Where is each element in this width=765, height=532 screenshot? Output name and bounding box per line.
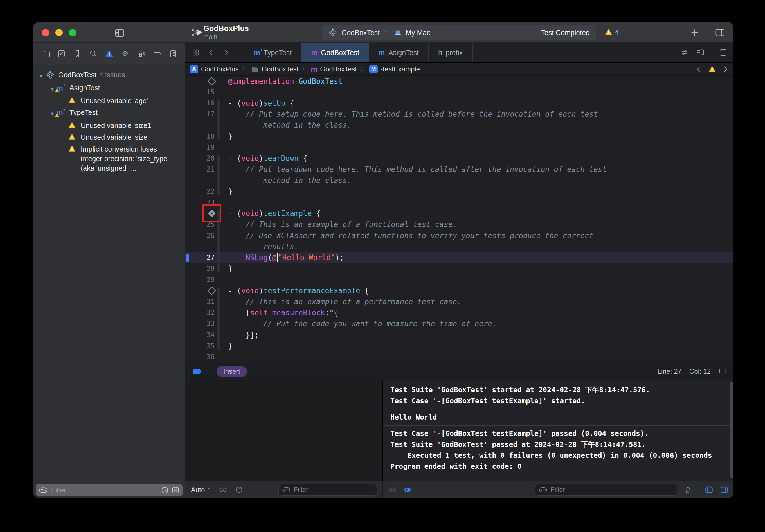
toggle-sidebar-icon[interactable] — [114, 27, 125, 39]
run-test-diamond-icon[interactable] — [206, 284, 218, 297]
variables-filter-input[interactable] — [293, 486, 373, 494]
test-navigator-icon[interactable] — [121, 49, 130, 58]
variables-filter-field[interactable] — [279, 484, 377, 496]
code-line[interactable]: - (void)testExample { — [185, 208, 733, 219]
code-line[interactable]: @implementation GodBoxTest — [185, 76, 733, 87]
code-line[interactable]: 20- (void)tearDown { — [185, 153, 733, 164]
code-line[interactable]: 18} — [185, 131, 733, 142]
recent-icon[interactable] — [161, 486, 169, 494]
console-view[interactable]: Test Suite 'GodBoxTest' started at 2024-… — [383, 380, 733, 481]
variables-mode-select[interactable]: Auto⌃ — [191, 486, 211, 494]
tab-prefix[interactable]: hprefix — [428, 43, 473, 62]
code-review-icon[interactable] — [680, 48, 689, 57]
issue-tree-row[interactable]: Unused variable 'age' — [33, 95, 185, 107]
clear-console-icon[interactable] — [683, 486, 692, 494]
quicklook-info-icon[interactable] — [235, 486, 243, 494]
tab-godboxtest[interactable]: mGodBoxTest — [302, 43, 369, 62]
warning-icon — [68, 96, 80, 105]
issue-tree-row[interactable]: Unused variable 'size1' — [33, 120, 185, 131]
forward-icon[interactable] — [223, 49, 230, 57]
code-line[interactable]: 22} — [185, 186, 733, 197]
breakpoint-tag-icon[interactable] — [192, 366, 203, 377]
bookmarks-icon[interactable] — [73, 49, 82, 58]
debug-navigator-icon[interactable] — [137, 49, 146, 58]
code-line[interactable]: - (void)testPerformanceExample { — [185, 285, 733, 296]
minimize-window-button[interactable] — [55, 29, 63, 36]
sidebar-filter-field[interactable] — [36, 484, 183, 496]
code-line-current[interactable]: 27 NSLog(@"Hello World"); — [185, 252, 733, 263]
toggle-variables-pane-icon[interactable] — [705, 485, 714, 494]
breadcrumb-item[interactable]: AGodBoxPlus — [190, 65, 239, 73]
fold-ribbon[interactable] — [218, 99, 220, 140]
issue-tree-row[interactable]: ▾GodBoxTest4 issues — [33, 69, 185, 82]
add-icon[interactable] — [690, 28, 699, 37]
destination-name[interactable]: My Mac — [405, 29, 430, 37]
issue-warning-icon[interactable] — [708, 65, 716, 73]
code-line[interactable]: 36 — [185, 351, 733, 362]
minimap-icon[interactable] — [696, 48, 705, 57]
breadcrumb-item[interactable]: M-testExample — [369, 65, 420, 73]
code-line[interactable]: 23 — [185, 197, 733, 208]
code-line[interactable]: 17 // Put setup code here. This method i… — [185, 109, 733, 120]
tab-asigntest[interactable]: m+AsignTest — [369, 43, 429, 62]
source-control-icon[interactable] — [57, 49, 66, 58]
console-scrollbar[interactable] — [730, 381, 733, 478]
console-mode-icon[interactable] — [403, 486, 412, 494]
console-filter-input[interactable] — [550, 486, 674, 494]
scheme-name[interactable]: GodBoxTest — [342, 29, 380, 37]
line-number: 33 — [190, 320, 217, 327]
code-line[interactable]: 26 // Use XCTAssert and related function… — [185, 230, 733, 241]
warning-badge-icon — [54, 113, 59, 118]
code-line[interactable]: 28} — [185, 263, 733, 274]
close-window-button[interactable] — [42, 29, 49, 36]
editor-layout-icon[interactable] — [715, 27, 725, 38]
code-line[interactable]: method in the class. — [185, 120, 733, 131]
show-only-variables-icon[interactable] — [219, 485, 228, 494]
next-issue-icon[interactable] — [721, 65, 729, 73]
console-filter-field[interactable] — [535, 484, 677, 496]
code-line[interactable]: 35} — [185, 340, 733, 351]
breakpoint-navigator-icon[interactable] — [153, 49, 162, 58]
warning-count-badge[interactable]: 4 — [604, 28, 619, 36]
code-line[interactable]: 29 — [185, 274, 733, 285]
variables-view[interactable] — [185, 380, 383, 481]
toggle-console-pane-icon[interactable] — [720, 485, 729, 494]
zoom-window-button[interactable] — [69, 29, 76, 36]
related-items-icon[interactable] — [192, 48, 200, 57]
sidebar-filter-input[interactable] — [51, 486, 161, 494]
issue-tree-row[interactable]: ▾m+TypeTest — [33, 107, 185, 120]
breadcrumb-item[interactable]: mGodBoxTest — [311, 65, 357, 73]
code-line[interactable]: 33 // Put the code you want to measure t… — [185, 318, 733, 329]
code-line[interactable]: 34 }]; — [185, 329, 733, 340]
scheme-selector[interactable]: GodBoxTest 〉 My Mac Test Completed — [322, 25, 596, 41]
issue-tree-row[interactable]: ▾m+AsignTest — [33, 82, 185, 95]
code-line[interactable]: 15 — [185, 87, 733, 98]
clear-filter-icon[interactable] — [171, 486, 180, 494]
code-line[interactable]: results. — [185, 241, 733, 252]
report-navigator-icon[interactable] — [169, 49, 178, 58]
code-line[interactable]: 32 [self measureBlock:^{ — [185, 307, 733, 318]
tab-typetest[interactable]: m+TypeTest — [244, 43, 302, 62]
fold-ribbon[interactable] — [218, 155, 220, 196]
code-line[interactable]: 21 // Put teardown code here. This metho… — [185, 164, 733, 175]
project-navigator-icon[interactable] — [41, 49, 50, 58]
display-icon[interactable] — [719, 367, 727, 376]
code-line[interactable]: method in the class. — [185, 175, 733, 186]
disclosure-chevron-icon[interactable]: ▾ — [37, 70, 45, 81]
search-icon[interactable] — [89, 49, 98, 58]
back-icon[interactable] — [207, 49, 215, 57]
issue-navigator-icon[interactable] — [105, 49, 114, 58]
issue-tree-row[interactable]: Unused variable 'size' — [33, 131, 185, 143]
code-line[interactable]: 31 // This is an example of a performanc… — [185, 296, 733, 307]
previous-issue-icon[interactable] — [695, 65, 703, 73]
code-line[interactable]: 25 // This is an example of a functional… — [185, 219, 733, 230]
navigator-tab-bar — [33, 43, 185, 65]
run-test-diamond-icon[interactable] — [206, 76, 218, 88]
add-editor-icon[interactable] — [719, 48, 728, 57]
code-line[interactable]: 19 — [185, 142, 733, 153]
code-line[interactable]: 16- (void)setUp { — [185, 98, 733, 109]
console-eye-icon[interactable] — [388, 485, 397, 494]
source-editor[interactable]: @implementation GodBoxTest1516- (void)se… — [185, 76, 733, 362]
breadcrumb-item[interactable]: GodBoxTest — [251, 65, 299, 73]
issue-tree-row[interactable]: Implicit conversion loses integer precis… — [33, 143, 185, 174]
